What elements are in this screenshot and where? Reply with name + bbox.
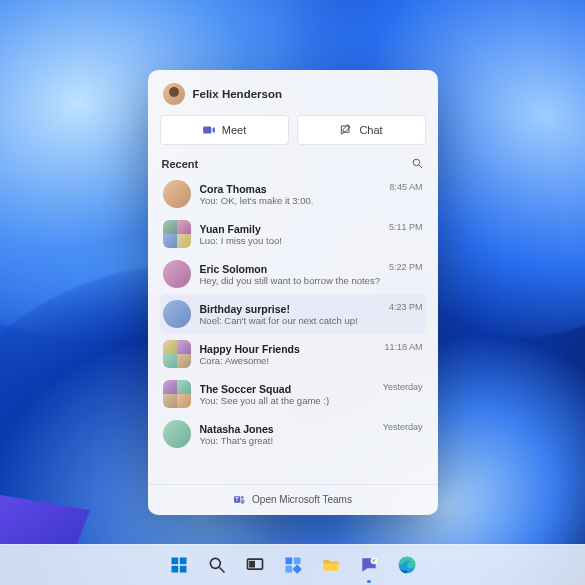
search-button[interactable] [205, 553, 229, 577]
edge-icon [397, 555, 417, 575]
conversation-time: 4:23 PM [389, 302, 423, 312]
conversation-preview: Luo: I miss you too! [200, 235, 380, 246]
task-view-button[interactable] [243, 553, 267, 577]
conversation-item[interactable]: The Soccer SquadYou: See you all at the … [160, 374, 426, 414]
conversation-body: Natasha JonesYou: That's great! [200, 423, 374, 446]
teams-icon: T [233, 493, 246, 506]
conversation-item[interactable]: Natasha JonesYou: That's great!Yesterday [160, 414, 426, 454]
widgets-button[interactable] [281, 553, 305, 577]
meet-button[interactable]: Meet [160, 115, 289, 145]
edge-button[interactable] [395, 553, 419, 577]
svg-rect-8 [179, 566, 186, 573]
conversation-name: Eric Solomon [200, 263, 380, 275]
conversation-name: Cora Thomas [200, 183, 381, 195]
chat-taskbar-button[interactable] [357, 553, 381, 577]
conversation-body: Eric SolomonHey, did you still want to b… [200, 263, 380, 286]
search-icon[interactable] [411, 157, 424, 170]
conversation-name: Yuan Family [200, 223, 380, 235]
svg-rect-6 [179, 558, 186, 565]
chat-bubble-icon [359, 555, 379, 575]
search-icon [207, 555, 227, 575]
svg-line-10 [219, 568, 224, 573]
taskbar [0, 544, 585, 585]
svg-point-4 [241, 496, 244, 499]
open-teams-link[interactable]: T Open Microsoft Teams [148, 484, 438, 515]
conversation-name: Birthday surprise! [200, 303, 380, 315]
contact-avatar [163, 420, 191, 448]
profile-row[interactable]: Felix Henderson [160, 82, 426, 115]
start-button[interactable] [167, 553, 191, 577]
conversation-time: 5:22 PM [389, 262, 423, 272]
svg-rect-15 [285, 566, 292, 573]
svg-rect-12 [250, 562, 254, 567]
svg-point-9 [210, 558, 220, 568]
windows-icon [169, 555, 189, 575]
group-avatar [163, 220, 191, 248]
meet-label: Meet [222, 124, 246, 136]
contact-avatar [163, 260, 191, 288]
chat-label: Chat [359, 124, 382, 136]
svg-rect-16 [292, 564, 301, 573]
conversation-body: Happy Hour FriendsCora: Awesome! [200, 343, 376, 366]
conversation-name: Happy Hour Friends [200, 343, 376, 355]
conversation-item[interactable]: Cora ThomasYou: OK, let's make it 3:00.8… [160, 174, 426, 214]
contact-avatar [163, 180, 191, 208]
video-icon [202, 123, 216, 137]
user-avatar [163, 83, 185, 105]
conversation-time: Yesterday [383, 382, 423, 392]
svg-rect-14 [293, 558, 300, 565]
conversation-preview: Cora: Awesome! [200, 355, 376, 366]
section-header: Recent [160, 157, 426, 174]
conversation-body: Birthday surprise!Noel: Can't wait for o… [200, 303, 380, 326]
conversation-time: Yesterday [383, 422, 423, 432]
conversation-list: Cora ThomasYou: OK, let's make it 3:00.8… [160, 174, 426, 484]
group-avatar [163, 380, 191, 408]
conversation-preview: Hey, did you still want to borrow the no… [200, 275, 380, 286]
conversation-time: 8:45 AM [389, 182, 422, 192]
group-avatar [163, 340, 191, 368]
svg-rect-5 [171, 558, 178, 565]
conversation-body: Cora ThomasYou: OK, let's make it 3:00. [200, 183, 381, 206]
conversation-preview: You: OK, let's make it 3:00. [200, 195, 381, 206]
conversation-preview: You: See you all at the game :) [200, 395, 374, 406]
user-name: Felix Henderson [193, 88, 282, 100]
chat-button[interactable]: Chat [297, 115, 426, 145]
desktop-wallpaper: Felix Henderson Meet Chat Recent Cora Th… [0, 0, 585, 585]
chat-flyout: Felix Henderson Meet Chat Recent Cora Th… [148, 70, 438, 515]
conversation-item[interactable]: Eric SolomonHey, did you still want to b… [160, 254, 426, 294]
svg-line-1 [419, 165, 422, 168]
open-teams-label: Open Microsoft Teams [252, 494, 352, 505]
conversation-name: Natasha Jones [200, 423, 374, 435]
conversation-body: The Soccer SquadYou: See you all at the … [200, 383, 374, 406]
conversation-body: Yuan FamilyLuo: I miss you too! [200, 223, 380, 246]
conversation-preview: Noel: Can't wait for our next catch up! [200, 315, 380, 326]
conversation-item[interactable]: Yuan FamilyLuo: I miss you too!5:11 PM [160, 214, 426, 254]
conversation-item[interactable]: Happy Hour FriendsCora: Awesome!11:18 AM [160, 334, 426, 374]
recent-label: Recent [162, 158, 199, 170]
conversation-item[interactable]: Birthday surprise!Noel: Can't wait for o… [160, 294, 426, 334]
conversation-preview: You: That's great! [200, 435, 374, 446]
compose-icon [339, 123, 353, 137]
svg-text:T: T [236, 497, 239, 502]
svg-point-0 [413, 159, 420, 166]
conversation-time: 5:11 PM [389, 222, 423, 232]
conversation-name: The Soccer Squad [200, 383, 374, 395]
file-explorer-button[interactable] [319, 553, 343, 577]
svg-rect-13 [285, 558, 292, 565]
contact-avatar [163, 300, 191, 328]
folder-icon [321, 555, 341, 575]
svg-rect-7 [171, 566, 178, 573]
task-view-icon [245, 555, 265, 575]
action-row: Meet Chat [160, 115, 426, 145]
conversation-time: 11:18 AM [384, 342, 422, 352]
widgets-icon [283, 555, 303, 575]
